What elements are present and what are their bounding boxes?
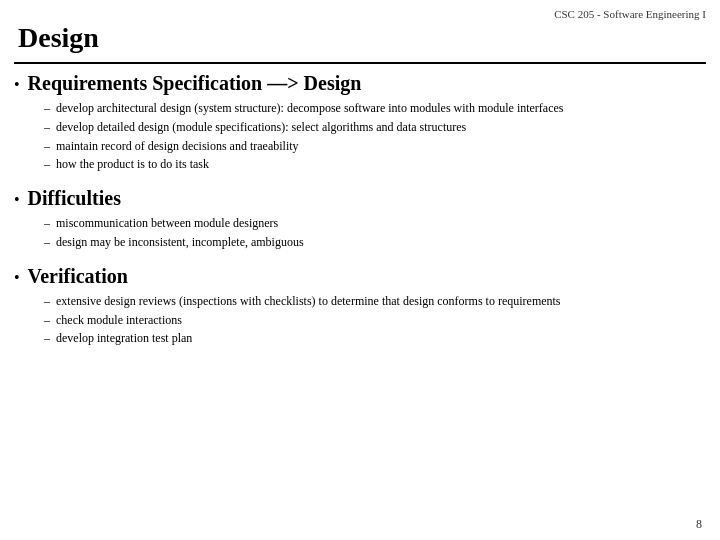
list-item: –develop detailed design (module specifi… — [44, 119, 706, 136]
dash-icon: – — [44, 215, 50, 232]
section-title: Requirements Specification —> Design — [28, 72, 362, 95]
list-item-text: extensive design reviews (inspections wi… — [56, 293, 706, 310]
list-item: –design may be inconsistent, incomplete,… — [44, 234, 706, 251]
list-item-text: develop architectural design (system str… — [56, 100, 706, 117]
section-verification: •Verification–extensive design reviews (… — [14, 265, 706, 347]
course-label: CSC 205 - Software Engineering I — [554, 8, 706, 20]
dash-icon: – — [44, 156, 50, 173]
list-item-text: miscommunication between module designer… — [56, 215, 706, 232]
bullet-icon: • — [14, 192, 20, 208]
section-title: Difficulties — [28, 187, 121, 210]
list-item: –how the product is to do its task — [44, 156, 706, 173]
list-item-text: develop integration test plan — [56, 330, 706, 347]
section-requirements: •Requirements Specification —> Design–de… — [14, 72, 706, 173]
bullet-icon: • — [14, 270, 20, 286]
section-difficulties: •Difficulties–miscommunication between m… — [14, 187, 706, 251]
divider — [14, 62, 706, 64]
dash-icon: – — [44, 119, 50, 136]
list-item: –extensive design reviews (inspections w… — [44, 293, 706, 310]
dash-icon: – — [44, 330, 50, 347]
list-item: –miscommunication between module designe… — [44, 215, 706, 232]
dash-icon: – — [44, 312, 50, 329]
list-item: –develop architectural design (system st… — [44, 100, 706, 117]
list-item-text: how the product is to do its task — [56, 156, 706, 173]
list-item-text: develop detailed design (module specific… — [56, 119, 706, 136]
list-item: –check module interactions — [44, 312, 706, 329]
page-number: 8 — [696, 517, 702, 532]
list-item: –develop integration test plan — [44, 330, 706, 347]
list-item-text: check module interactions — [56, 312, 706, 329]
content-area: •Requirements Specification —> Design–de… — [14, 72, 706, 510]
bullet-icon: • — [14, 77, 20, 93]
dash-icon: – — [44, 100, 50, 117]
dash-icon: – — [44, 234, 50, 251]
section-title: Verification — [28, 265, 128, 288]
page-title: Design — [18, 22, 99, 54]
dash-icon: – — [44, 138, 50, 155]
dash-icon: – — [44, 293, 50, 310]
list-item-text: maintain record of design decisions and … — [56, 138, 706, 155]
list-item: –maintain record of design decisions and… — [44, 138, 706, 155]
list-item-text: design may be inconsistent, incomplete, … — [56, 234, 706, 251]
